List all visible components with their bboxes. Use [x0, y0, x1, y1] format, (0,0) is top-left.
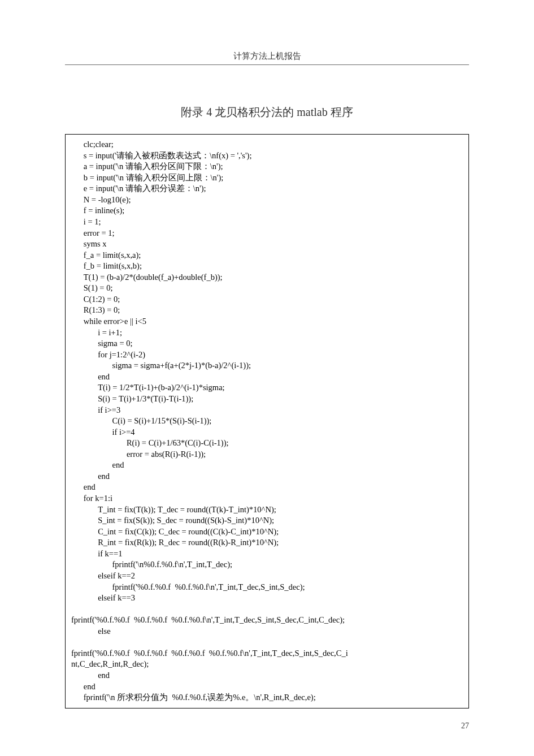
code-line: error = abs(R(i)-R(i-1)); [71, 449, 463, 460]
code-line: fprintf('%0.f.%0.f %0.f.%0.f %0.f.%0.f %… [71, 648, 463, 659]
code-line: if i>=3 [71, 405, 463, 416]
code-line: S(i) = T(i)+1/3*(T(i)-T(i-1)); [71, 394, 463, 405]
code-line: N = -log10(e); [71, 195, 463, 206]
code-line: fprintf('\n 所求积分值为 %0.f.%0.f,误差为%.e。\n',… [71, 692, 463, 703]
code-line: s = input('请输入被积函数表达式：\nf(x) = ','s'); [71, 150, 463, 162]
code-line: b = input('\n 请输入积分区间上限：\n'); [71, 172, 463, 184]
code-line: clc;clear; [71, 139, 463, 150]
code-line: R_int = fix(R(k)); R_dec = round((R(k)-R… [71, 537, 463, 548]
code-line: T_int = fix(T(k)); T_dec = round((T(k)-T… [71, 504, 463, 516]
code-line: fprintf('\n%0.f.%0.f\n',T_int,T_dec); [71, 559, 463, 571]
code-line: if k==1 [71, 548, 463, 560]
code-line: C_int = fix(C(k)); C_dec = round((C(k)-C… [71, 526, 463, 538]
code-line: R(1:3) = 0; [71, 305, 463, 316]
code-line: while error>e || i<5 [71, 316, 463, 327]
code-line: end [71, 482, 463, 493]
page-header-title: 计算方法上机报告 [65, 51, 469, 62]
code-line: end [71, 681, 463, 693]
code-line: R(i) = C(i)+1/63*(C(i)-C(i-1)); [71, 438, 463, 449]
code-line: fprintf('%0.f.%0.f %0.f.%0.f %0.f.%0.f\n… [71, 615, 463, 626]
code-line: if i>=4 [71, 427, 463, 438]
code-line: nt,C_dec,R_int,R_dec); [71, 659, 463, 670]
code-line: for j=1:2^(i-2) [71, 349, 463, 361]
header-divider [65, 64, 469, 65]
appendix-title: 附录 4 龙贝格积分法的 matlab 程序 [65, 105, 469, 120]
code-line: end [71, 670, 463, 681]
code-line: C(1:2) = 0; [71, 294, 463, 305]
code-line: S(1) = 0; [71, 283, 463, 294]
code-line: T(1) = (b-a)/2*(double(f_a)+double(f_b))… [71, 272, 463, 283]
code-line: C(i) = S(i)+1/15*(S(i)-S(i-1)); [71, 416, 463, 427]
code-line: sigma = 0; [71, 338, 463, 349]
code-line: f_a = limit(s,x,a); [71, 250, 463, 261]
code-line: sigma = sigma+f(a+(2*j-1)*(b-a)/2^(i-1))… [71, 360, 463, 371]
code-line: a = input('\n 请输入积分区间下限：\n'); [71, 161, 463, 172]
code-line: S_int = fix(S(k)); S_dec = round((S(k)-S… [71, 515, 463, 526]
code-line: end [71, 371, 463, 383]
code-line: error = 1; [71, 228, 463, 239]
code-line: e = input('\n 请输入积分误差：\n'); [71, 183, 463, 195]
code-line: elseif k==2 [71, 571, 463, 582]
page-number: 27 [461, 722, 469, 731]
code-line: for k=1:i [71, 493, 463, 504]
code-line: syms x [71, 239, 463, 250]
code-line: elseif k==3 [71, 593, 463, 604]
code-block: clc;clear; s = input('请输入被积函数表达式：\nf(x) … [65, 134, 469, 709]
code-line: i = i+1; [71, 327, 463, 339]
code-line: else [71, 626, 463, 637]
code-line: end [71, 460, 463, 471]
code-line: end [71, 471, 463, 482]
code-line [71, 604, 463, 615]
code-line: f = inline(s); [71, 205, 463, 217]
code-line: fprintf('%0.f.%0.f %0.f.%0.f\n',T_int,T_… [71, 582, 463, 593]
code-line: T(i) = 1/2*T(i-1)+(b-a)/2^(i-1)*sigma; [71, 382, 463, 394]
code-line [71, 637, 463, 648]
code-line: f_b = limit(s,x,b); [71, 261, 463, 272]
code-line: i = 1; [71, 217, 463, 228]
